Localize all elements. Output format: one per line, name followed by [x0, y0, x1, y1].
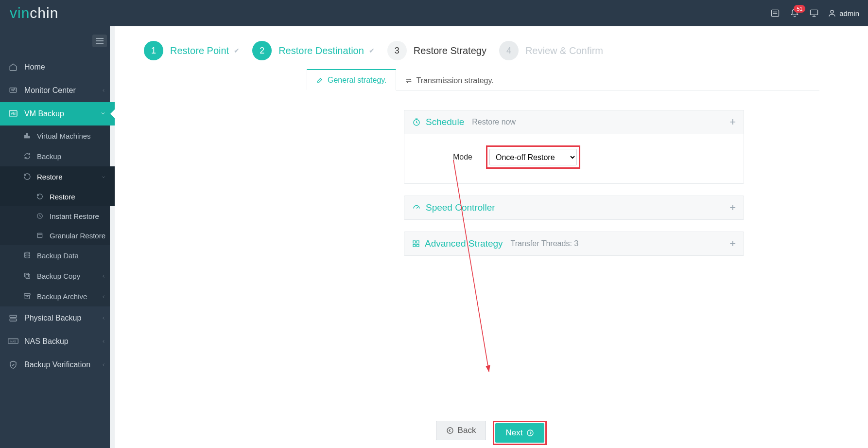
sidebar-item-backup-data[interactable]: Backup Data: [0, 245, 115, 266]
sidebar-item-nas-backup[interactable]: NAS NAS Backup: [0, 330, 115, 353]
annotation-highlight-next: Next: [493, 421, 547, 445]
verify-icon: [7, 360, 19, 369]
step-label: Review & Confirm: [525, 45, 603, 56]
sidebar-item-label: Backup Archive: [37, 292, 87, 301]
advanced-strategy-header[interactable]: Advanced Strategy Transfer Threads: 3 +: [404, 232, 744, 255]
bar-chart-icon: [21, 132, 33, 140]
sidebar-item-backup-archive[interactable]: Backup Archive: [0, 286, 115, 306]
wizard-step-1[interactable]: 1 Restore Point ✔: [144, 41, 240, 60]
gauge-icon: [412, 203, 421, 212]
refresh-icon: [21, 152, 33, 160]
sidebar-item-label: Backup Copy: [37, 272, 80, 280]
svg-point-6: [831, 10, 833, 13]
button-label: Next: [505, 428, 522, 438]
schedule-panel-body: Mode Once-off Restore: [404, 134, 744, 183]
svg-rect-27: [413, 241, 416, 243]
sidebar-item-label: Granular Restore: [50, 232, 105, 240]
panel-title: Schedule: [426, 117, 464, 127]
mode-label: Mode: [414, 153, 472, 161]
check-icon: ✔: [234, 47, 240, 54]
schedule-panel-header[interactable]: Schedule Restore now +: [404, 110, 744, 134]
sidebar-item-label: Instant Restore: [50, 212, 99, 220]
copy-icon: [21, 272, 33, 280]
restore-icon: [34, 193, 46, 200]
nas-icon: NAS: [7, 338, 19, 345]
advanced-strategy-panel: Advanced Strategy Transfer Threads: 3 +: [404, 232, 744, 256]
sidebar-item-restore[interactable]: Restore: [0, 166, 115, 187]
step-label: Restore Strategy: [414, 45, 486, 56]
sidebar-item-monitor-center[interactable]: Monitor Center: [0, 79, 115, 102]
logo-part1: vin: [10, 5, 30, 21]
sidebar: Home Monitor Center VM VM Backup Virtual…: [0, 26, 115, 448]
svg-point-32: [447, 428, 453, 433]
svg-rect-0: [772, 10, 779, 16]
sidebar-item-vm-backup[interactable]: VM VM Backup: [0, 102, 115, 125]
sidebar-item-label: Monitor Center: [24, 86, 76, 95]
sidebar-item-physical-backup[interactable]: Physical Backup: [0, 306, 115, 330]
back-button[interactable]: Back: [436, 421, 486, 440]
server-icon: [7, 314, 19, 323]
username-label: admin: [839, 9, 859, 18]
next-button[interactable]: Next: [495, 423, 544, 443]
step-number: 2: [252, 41, 272, 60]
logo-part2: chin: [30, 5, 58, 21]
panel-meta: Transfer Threads: 3: [511, 239, 579, 248]
speed-controller-panel: Speed Controller +: [404, 196, 744, 220]
panel-title: Advanced Strategy: [425, 238, 503, 249]
sidebar-item-label: Restore: [37, 173, 63, 181]
sidebar-item-granular-restore[interactable]: Granular Restore: [0, 226, 115, 245]
tab-label: Transmission strategy.: [417, 76, 494, 85]
svg-rect-17: [26, 274, 30, 278]
svg-rect-12: [29, 136, 30, 138]
svg-rect-28: [417, 241, 419, 243]
mode-select[interactable]: Once-off Restore: [489, 149, 577, 165]
tab-general-strategy[interactable]: General strategy.: [307, 69, 396, 90]
wizard-step-3[interactable]: 3 Restore Strategy: [387, 41, 486, 60]
tab-transmission-strategy[interactable]: Transmission strategy.: [396, 69, 503, 90]
wizard-step-2[interactable]: 2 Restore Destination ✔: [252, 41, 375, 60]
restore-icon: [21, 173, 33, 180]
svg-rect-10: [25, 135, 26, 138]
chevron-left-icon: [101, 360, 106, 369]
svg-rect-29: [413, 244, 416, 247]
sidebar-item-home[interactable]: Home: [0, 55, 115, 79]
archive-icon: [21, 292, 33, 300]
svg-text:NAS: NAS: [10, 340, 16, 343]
svg-text:VM: VM: [11, 112, 16, 115]
sidebar-item-label: Home: [24, 63, 45, 72]
schedule-panel: Schedule Restore now + Mode Once-off Res…: [404, 110, 744, 184]
monitor-icon[interactable]: [804, 3, 824, 23]
user-menu[interactable]: admin: [828, 9, 859, 18]
sidebar-item-label: NAS Backup: [24, 337, 69, 346]
tab-label: General strategy.: [328, 76, 387, 85]
home-icon: [7, 63, 19, 72]
sidebar-item-instant-restore[interactable]: Instant Restore: [0, 206, 115, 226]
panel-meta: Restore now: [472, 118, 516, 126]
speed-controller-header[interactable]: Speed Controller +: [404, 196, 744, 219]
check-icon: ✔: [369, 47, 375, 54]
database-icon: [21, 251, 33, 259]
vm-icon: VM: [7, 110, 19, 118]
main-content: 1 Restore Point ✔ 2 Restore Destination …: [115, 26, 868, 448]
sidebar-item-backup-verification[interactable]: Backup Verification: [0, 353, 115, 376]
panel-title: Speed Controller: [426, 202, 495, 213]
sidebar-toggle-button[interactable]: [92, 35, 107, 47]
wizard-step-4[interactable]: 4 Review & Confirm: [499, 41, 603, 60]
notification-bell-icon[interactable]: 51: [785, 3, 804, 23]
sidebar-item-virtual-machines[interactable]: Virtual Machines: [0, 125, 115, 146]
arrow-right-circle-icon: [526, 429, 534, 437]
svg-rect-20: [25, 295, 29, 299]
svg-point-33: [527, 430, 533, 436]
sidebar-item-backup[interactable]: Backup: [0, 146, 115, 166]
step-number: 4: [499, 41, 519, 60]
grid-icon: [412, 240, 420, 248]
task-list-icon[interactable]: [765, 3, 785, 23]
sidebar-item-backup-copy[interactable]: Backup Copy: [0, 266, 115, 286]
granular-icon: [34, 232, 46, 239]
plus-icon: +: [729, 116, 736, 128]
edit-icon: [316, 76, 324, 84]
chevron-left-icon: [101, 86, 106, 95]
transfer-icon: [405, 77, 413, 85]
sidebar-item-restore-job[interactable]: Restore: [0, 187, 115, 206]
svg-rect-18: [25, 273, 29, 277]
